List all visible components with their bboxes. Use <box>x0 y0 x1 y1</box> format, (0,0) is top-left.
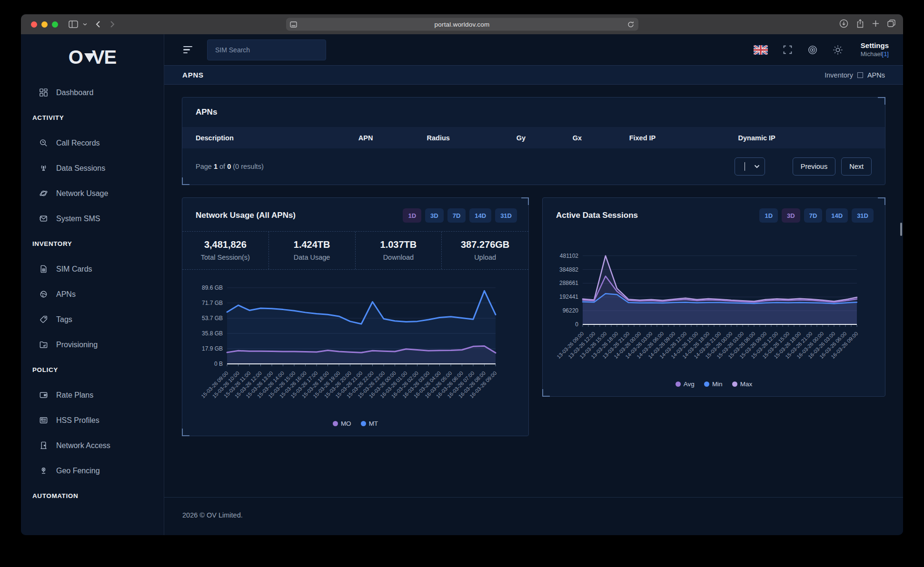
range-3d-button[interactable]: 3D <box>782 208 800 223</box>
topbar: Settings Michael[1] <box>164 34 903 65</box>
scrollbar-thumb[interactable] <box>900 223 902 236</box>
next-button[interactable]: Next <box>841 157 872 176</box>
sidebar-item-provisioning[interactable]: Provisioning <box>21 332 164 357</box>
minimize-window-button[interactable] <box>41 21 48 28</box>
page-title: APNS <box>182 71 204 79</box>
sim-card-icon <box>39 264 48 274</box>
window-controls <box>31 21 58 28</box>
settings-menu[interactable]: Settings Michael[1] <box>861 41 889 58</box>
sidebar-item-rate-plans[interactable]: Rate Plans <box>21 382 164 408</box>
sidebar-item-geo-fencing[interactable]: Geo Fencing <box>21 458 164 483</box>
folder-icon <box>39 340 48 350</box>
copyright-text: 2026 © OV Limited. <box>182 511 243 519</box>
pagination-row: Page 1 of 0 (0 results) Previous <box>182 148 885 185</box>
new-tab-icon[interactable] <box>872 20 879 29</box>
back-icon[interactable] <box>96 20 100 28</box>
svg-text:96220: 96220 <box>563 307 579 314</box>
range-selector: 1D 3D 7D 14D 31D <box>403 208 517 223</box>
sidebar-item-sim-cards[interactable]: SIM Cards <box>21 256 164 282</box>
sidebar-item-network-usage[interactable]: Network Usage <box>21 181 164 206</box>
previous-button[interactable]: Previous <box>793 157 835 176</box>
system-sms-icon <box>39 214 48 224</box>
zoom-window-button[interactable] <box>52 21 58 28</box>
sidebar-item-apns[interactable]: APNs <box>21 282 164 307</box>
globe-icon <box>39 290 48 299</box>
stat-download: 1.037TBDownload <box>356 232 442 269</box>
range-1d-button[interactable]: 1D <box>403 208 421 223</box>
legend-mt[interactable]: MT <box>361 420 378 427</box>
tab-overview-icon[interactable] <box>887 20 895 29</box>
sidebar-section-policy: POLICY <box>21 357 164 382</box>
active-sessions-chart[interactable]: 48110238488228866119244196220013-03-26 0… <box>547 243 868 380</box>
breadcrumb-inventory[interactable]: Inventory <box>825 71 853 79</box>
stat-total-sessions: 3,481,826Total Session(s) <box>182 232 269 269</box>
sidebar-item-label: HSS Profiles <box>56 416 99 425</box>
sidebar-item-network-access[interactable]: Network Access <box>21 433 164 458</box>
apns-table-card: APNs Description APN Radius Gy Gx Fixed … <box>182 97 885 185</box>
target-icon[interactable] <box>807 45 818 55</box>
browser-chrome: portal.worldov.com <box>21 14 903 34</box>
sidebar-item-label: Network Access <box>56 441 110 450</box>
range-3d-button[interactable]: 3D <box>425 208 444 223</box>
sidebar-toggle-icon[interactable] <box>69 20 78 28</box>
range-31d-button[interactable]: 31D <box>852 208 874 223</box>
sidebar-item-label: Rate Plans <box>56 391 93 400</box>
downloads-icon[interactable] <box>839 19 848 30</box>
column-description: Description <box>196 134 358 142</box>
dashboard-icon <box>39 88 48 98</box>
column-radius: Radius <box>427 134 517 142</box>
forward-icon[interactable] <box>110 20 115 28</box>
range-7d-button[interactable]: 7D <box>804 208 823 223</box>
id-card-icon <box>39 416 48 425</box>
table-header-row: Description APN Radius Gy Gx Fixed IP Dy… <box>182 127 885 148</box>
sidebar-item-label: Tags <box>56 315 72 324</box>
legend-dot-icon <box>732 381 737 387</box>
logo-letter-e: E <box>104 47 117 68</box>
breadcrumb-apns[interactable]: APNs <box>867 71 885 79</box>
light-mode-icon[interactable] <box>833 45 843 55</box>
legend-avg[interactable]: Avg <box>676 381 695 388</box>
address-bar[interactable]: portal.worldov.com <box>286 18 638 31</box>
sim-search-input[interactable] <box>207 39 326 60</box>
share-icon[interactable] <box>856 19 864 30</box>
chevron-down-icon[interactable] <box>83 23 87 26</box>
legend-mo[interactable]: MO <box>333 420 351 427</box>
range-14d-button[interactable]: 14D <box>469 208 491 223</box>
network-usage-card: Network Usage (All APNs) 1D 3D 7D 14D 31… <box>182 197 529 436</box>
svg-text:481102: 481102 <box>560 253 578 259</box>
refresh-icon[interactable] <box>627 21 634 28</box>
fullscreen-icon[interactable] <box>783 45 793 55</box>
legend-max[interactable]: Max <box>732 381 753 388</box>
network-usage-chart[interactable]: 89.6 GB71.7 GB53.7 GB35.8 GB17.9 GB0 B15… <box>187 276 507 419</box>
usage-stats-row: 3,481,826Total Session(s) 1.424TBData Us… <box>182 231 528 270</box>
main-content: APNs Description APN Radius Gy Gx Fixed … <box>164 85 903 497</box>
sidebar-item-tags[interactable]: Tags <box>21 307 164 332</box>
uk-flag-icon[interactable] <box>754 45 768 55</box>
sidebar-item-label: Provisioning <box>56 341 98 349</box>
range-7d-button[interactable]: 7D <box>447 208 466 223</box>
sidebar-item-hss-profiles[interactable]: HSS Profiles <box>21 408 164 433</box>
svg-text:0 B: 0 B <box>214 361 223 367</box>
legend-min[interactable]: Min <box>704 381 723 388</box>
range-14d-button[interactable]: 14D <box>826 208 848 223</box>
sidebar-section-inventory: INVENTORY <box>21 231 164 256</box>
sidebar-item-data-sessions[interactable]: Data Sessions <box>21 156 164 181</box>
sidebar-item-dashboard[interactable]: Dashboard <box>21 80 164 105</box>
menu-icon[interactable] <box>183 46 192 54</box>
column-dynamic-ip: Dynamic IP <box>738 134 872 142</box>
page-size-select[interactable] <box>735 157 765 176</box>
column-gx: Gx <box>573 134 629 142</box>
sidebar-item-label: SIM Cards <box>56 265 92 274</box>
brand-logo[interactable]: OVE <box>21 34 164 80</box>
range-31d-button[interactable]: 31D <box>495 208 517 223</box>
tag-icon <box>39 315 48 324</box>
range-1d-button[interactable]: 1D <box>759 208 778 223</box>
sidebar-item-system-sms[interactable]: System SMS <box>21 206 164 231</box>
sidebar-item-call-records[interactable]: Call Records <box>21 130 164 156</box>
breadcrumb-separator-icon <box>857 72 863 78</box>
svg-text:53.7 GB: 53.7 GB <box>202 315 223 322</box>
close-window-button[interactable] <box>31 21 37 28</box>
sidebar-item-label: Geo Fencing <box>56 467 100 475</box>
column-fixed-ip: Fixed IP <box>629 134 738 142</box>
reader-mode-icon[interactable] <box>290 21 297 28</box>
